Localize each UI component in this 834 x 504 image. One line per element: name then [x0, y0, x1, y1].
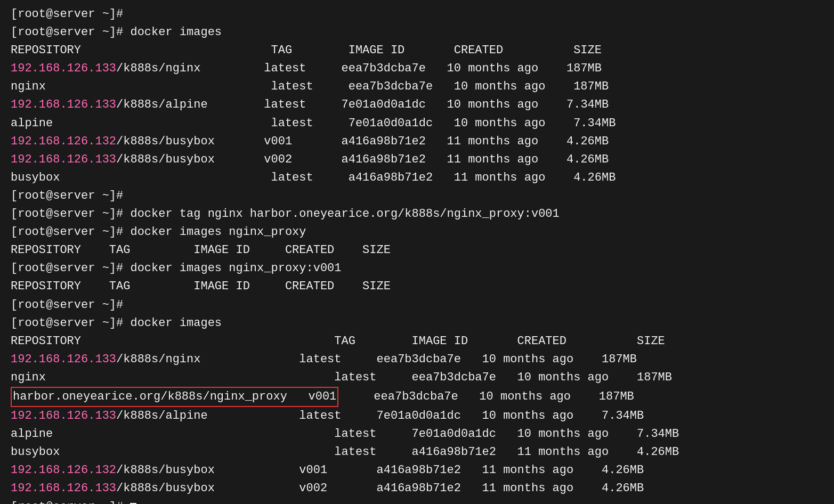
terminal-header: REPOSITORY TAG IMAGE ID CREATED SIZE [11, 42, 823, 60]
terminal-line: [root@server ~]# [11, 5, 823, 23]
terminal-data-row: 192.168.126.133/k888s/busybox v002 a416a… [11, 151, 823, 169]
terminal-data-row: nginx latest eea7b3dcba7e 10 months ago … [11, 369, 823, 387]
terminal-line: [root@server ~]# docker images nginx_pro… [11, 223, 823, 241]
terminal-window: [root@server ~]# [root@server ~]# docker… [0, 0, 834, 504]
terminal-line: [root@server ~]# docker images [11, 23, 823, 42]
terminal-data-row: busybox latest a416a98b71e2 11 months ag… [11, 443, 823, 461]
terminal-prompt-final: [root@server ~]# [11, 498, 823, 504]
terminal-data-row: alpine latest 7e01a0d0a1dc 10 months ago… [11, 425, 823, 443]
terminal-highlighted-row: harbor.oneyearice.org/k888s/nginx_proxy … [11, 387, 823, 407]
terminal-data-row: 192.168.126.132/k888s/busybox v001 a416a… [11, 461, 823, 479]
terminal-data-row: 192.168.126.133/k888s/busybox v002 a416a… [11, 479, 823, 498]
terminal-data-row: nginx latest eea7b3dcba7e 10 months ago … [11, 78, 823, 96]
terminal-data-row: 192.168.126.133/k888s/nginx latest eea7b… [11, 351, 823, 369]
terminal-data-row: 192.168.126.133/k888s/nginx latest eea7b… [11, 60, 823, 78]
terminal-prompt: [root@server ~]# [11, 187, 823, 205]
terminal-prompt: [root@server ~]# [11, 296, 823, 314]
terminal-line: [root@server ~]# docker images [11, 314, 823, 332]
terminal-line: [root@server ~]# docker images nginx_pro… [11, 259, 823, 278]
terminal-data-row: 192.168.126.133/k888s/alpine latest 7e01… [11, 96, 823, 114]
terminal-header: REPOSITORY TAG IMAGE ID CREATED SIZE [11, 278, 823, 296]
terminal-data-row: 192.168.126.132/k888s/busybox v001 a416a… [11, 133, 823, 151]
terminal-data-row: busybox latest a416a98b71e2 11 months ag… [11, 169, 823, 187]
terminal-line: [root@server ~]# docker tag nginx harbor… [11, 205, 823, 223]
terminal-data-row: alpine latest 7e01a0d0a1dc 10 months ago… [11, 115, 823, 133]
terminal-data-row: 192.168.126.133/k888s/alpine latest 7e01… [11, 407, 823, 425]
terminal-header: REPOSITORY TAG IMAGE ID CREATED SIZE [11, 332, 823, 351]
terminal-header: REPOSITORY TAG IMAGE ID CREATED SIZE [11, 241, 823, 259]
